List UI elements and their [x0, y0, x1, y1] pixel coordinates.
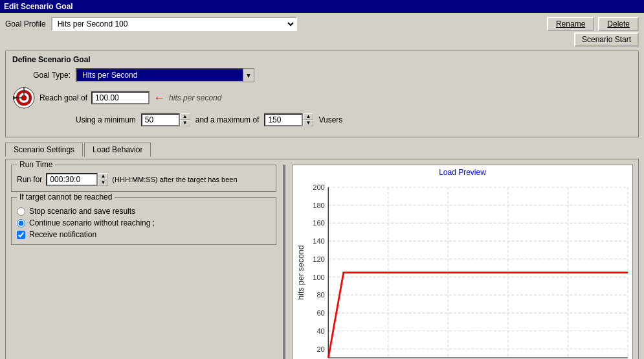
radio-group: Stop scenario and save results Continue …	[17, 207, 271, 227]
title-bar: Edit Scenario Goal	[0, 0, 644, 13]
target-icon	[12, 86, 36, 110]
title-text: Edit Scenario Goal	[4, 2, 73, 11]
time-spin-up[interactable]: ▲	[98, 173, 108, 180]
svg-text:140: 140	[313, 237, 324, 245]
radio-stop[interactable]	[17, 207, 25, 216]
min-input[interactable]	[141, 113, 180, 126]
checkbox-row: Receive notification	[17, 230, 271, 239]
time-format-label: (HHH:MM:SS) after the target has been	[112, 176, 237, 183]
chart-area: Load Preview hits per second	[292, 165, 633, 359]
reach-goal-row: Reach goal of ← hits per second	[12, 86, 632, 110]
panel-divider[interactable]	[283, 165, 285, 359]
receive-notification-checkbox[interactable]	[17, 231, 25, 239]
run-time-group: Run Time Run for ▲ ▼ (HHH:MM:SS) after t…	[11, 165, 276, 192]
svg-text:20: 20	[316, 345, 324, 353]
svg-text:120: 120	[313, 255, 324, 263]
run-time-row: Run for ▲ ▼ (HHH:MM:SS) after the target…	[17, 173, 271, 186]
arrow-annotation: ←	[153, 91, 165, 105]
svg-text:160: 160	[313, 219, 324, 227]
rename-button[interactable]: Rename	[547, 17, 594, 31]
run-for-label: Run for	[17, 175, 42, 184]
tab-load-behavior[interactable]: Load Behavior	[84, 143, 151, 157]
max-spin-buttons: ▲ ▼	[303, 113, 313, 126]
run-time-content: Run for ▲ ▼ (HHH:MM:SS) after the target…	[17, 173, 271, 186]
svg-text:180: 180	[313, 202, 324, 209]
tabs: Scenario Settings Load Behavior	[5, 143, 639, 157]
vusers-label: Vusers	[318, 115, 342, 124]
min-spin-down[interactable]: ▼	[180, 120, 190, 126]
load-preview-chart: hits per second 200 180 1	[293, 178, 632, 359]
time-spin-buttons: ▲ ▼	[98, 173, 108, 186]
delete-button[interactable]: Delete	[598, 17, 639, 31]
if-target-content: Stop scenario and save results Continue …	[17, 207, 271, 239]
time-input[interactable]	[46, 173, 98, 186]
top-bar-buttons: Rename Delete	[547, 17, 639, 31]
max-spin-down[interactable]: ▼	[303, 120, 313, 126]
chart-data-line	[328, 273, 628, 358]
goal-type-label: Goal Type:	[12, 71, 71, 80]
max-spinner: ▲ ▼	[264, 113, 313, 126]
define-title: Define Scenario Goal	[12, 55, 632, 64]
and-max-label: and a maximum of	[195, 115, 260, 124]
scenario-start-button[interactable]: Scenario Start	[574, 32, 639, 47]
tab-scenario-settings[interactable]: Scenario Settings	[5, 143, 83, 157]
svg-text:200: 200	[313, 183, 324, 191]
svg-text:40: 40	[316, 327, 324, 335]
min-max-row: Using a minimum ▲ ▼ and a maximum of ▲ ▼…	[12, 113, 632, 126]
svg-text:60: 60	[316, 309, 324, 317]
reach-goal-input[interactable]	[91, 91, 150, 104]
goal-profile-bar: Goal Profile Hits per Second 100 Rename …	[5, 17, 639, 31]
svg-text:80: 80	[316, 291, 324, 299]
if-target-title: If target cannot be reached	[17, 192, 115, 202]
radio-row-1: Stop scenario and save results	[17, 207, 271, 216]
time-spinner: ▲ ▼	[46, 173, 108, 186]
svg-text:100: 100	[313, 273, 324, 281]
goal-profile-select[interactable]: Hits per Second 100	[51, 17, 297, 31]
run-time-title: Run Time	[17, 160, 55, 169]
radio-continue[interactable]	[17, 219, 25, 227]
reach-goal-label: Reach goal of	[39, 93, 87, 102]
using-min-label: Using a minimum	[76, 115, 136, 124]
hits-per-second-label: hits per second	[169, 93, 221, 102]
max-input[interactable]	[264, 113, 303, 126]
receive-notification-label: Receive notification	[29, 230, 96, 239]
radio-row-2: Continue scenario without reaching ;	[17, 218, 271, 227]
if-target-group: If target cannot be reached Stop scenari…	[11, 197, 276, 245]
min-spin-up[interactable]: ▲	[180, 113, 190, 120]
left-panel: Run Time Run for ▲ ▼ (HHH:MM:SS) after t…	[11, 165, 276, 359]
goal-type-display[interactable]: Hits per Second	[76, 68, 244, 82]
chart-canvas-container: hits per second 200 180 1	[293, 178, 632, 359]
define-scenario-goal: Define Scenario Goal Goal Type: Hits per…	[5, 51, 639, 137]
chart-title: Load Preview	[293, 168, 632, 177]
svg-point-3	[21, 95, 27, 100]
radio-stop-label: Stop scenario and save results	[29, 207, 135, 216]
goal-type-dropdown-arrow[interactable]: ▼	[243, 68, 254, 82]
goal-type-row: Goal Type: Hits per Second ▼	[12, 68, 632, 82]
goal-profile-label: Goal Profile	[5, 19, 46, 29]
min-spin-buttons: ▲ ▼	[180, 113, 190, 126]
y-axis-label: hits per second	[296, 245, 305, 300]
goal-type-container: Hits per Second ▼	[76, 68, 254, 82]
tab-content: Run Time Run for ▲ ▼ (HHH:MM:SS) after t…	[5, 159, 639, 359]
main-area: Goal Profile Hits per Second 100 Rename …	[0, 13, 644, 359]
min-spinner: ▲ ▼	[141, 113, 190, 126]
time-spin-down[interactable]: ▼	[98, 180, 108, 186]
max-spin-up[interactable]: ▲	[303, 113, 313, 120]
radio-continue-label: Continue scenario without reaching ;	[29, 218, 155, 227]
